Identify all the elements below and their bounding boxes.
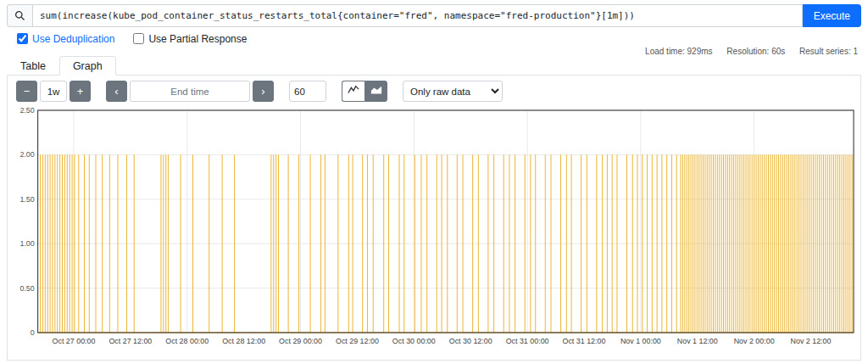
svg-text:0: 0 bbox=[31, 328, 35, 337]
range-increase-button[interactable]: + bbox=[70, 81, 91, 102]
svg-text:Oct 29 00:00: Oct 29 00:00 bbox=[279, 337, 322, 345]
dedup-checkbox[interactable] bbox=[17, 33, 28, 44]
time-back-button[interactable]: ‹ bbox=[106, 81, 127, 102]
graph-type-toggle bbox=[342, 81, 387, 102]
line-graph-button[interactable] bbox=[342, 81, 364, 102]
partial-response-checkbox[interactable] bbox=[133, 33, 144, 44]
svg-text:Nov 1 12:00: Nov 1 12:00 bbox=[677, 337, 718, 345]
svg-text:1.00: 1.00 bbox=[19, 239, 34, 248]
result-series-stat: Result series: 1 bbox=[799, 47, 858, 56]
svg-text:1.50: 1.50 bbox=[19, 195, 34, 204]
svg-text:Oct 27 00:00: Oct 27 00:00 bbox=[53, 337, 96, 345]
tab-graph[interactable]: Graph bbox=[59, 56, 116, 76]
time-forward-button[interactable]: › bbox=[253, 81, 274, 102]
svg-text:Oct 30 12:00: Oct 30 12:00 bbox=[449, 337, 492, 345]
graph-controls: − + ‹ › bbox=[16, 81, 857, 102]
partial-response-label: Use Partial Response bbox=[148, 33, 247, 45]
resolution-input[interactable] bbox=[289, 81, 326, 102]
load-time-stat: Load time: 929ms bbox=[645, 47, 713, 56]
restart-graph[interactable]: 00.501.001.502.002.50Oct 27 00:00Oct 27 … bbox=[13, 107, 857, 358]
query-bar: Execute bbox=[7, 4, 861, 27]
partial-response-option[interactable]: Use Partial Response bbox=[133, 33, 247, 45]
thanos-query-page: Execute Use Deduplication Use Partial Re… bbox=[7, 4, 861, 361]
end-time-input[interactable] bbox=[130, 81, 250, 102]
line-chart-icon bbox=[348, 84, 359, 99]
svg-text:2.50: 2.50 bbox=[19, 107, 34, 115]
range-input[interactable] bbox=[40, 81, 67, 102]
svg-text:Oct 28 12:00: Oct 28 12:00 bbox=[222, 337, 265, 345]
execute-button[interactable]: Execute bbox=[803, 4, 861, 27]
dedup-option[interactable]: Use Deduplication bbox=[17, 33, 114, 45]
svg-text:Oct 30 00:00: Oct 30 00:00 bbox=[392, 337, 436, 345]
query-input[interactable] bbox=[32, 4, 803, 27]
resolution-stat: Resolution: 60s bbox=[726, 47, 785, 56]
svg-text:0.50: 0.50 bbox=[19, 284, 34, 293]
svg-text:Nov 2 12:00: Nov 2 12:00 bbox=[791, 337, 832, 345]
svg-text:Nov 2 00:00: Nov 2 00:00 bbox=[734, 337, 775, 345]
svg-text:2.00: 2.00 bbox=[19, 150, 34, 159]
search-icon bbox=[7, 4, 32, 27]
chart-area: 00.501.001.502.002.50Oct 27 00:00Oct 27 … bbox=[13, 107, 857, 358]
dedup-label: Use Deduplication bbox=[32, 33, 114, 45]
stacked-graph-button[interactable] bbox=[364, 81, 387, 102]
svg-text:Oct 28 00:00: Oct 28 00:00 bbox=[165, 337, 209, 345]
svg-text:Oct 31 00:00: Oct 31 00:00 bbox=[506, 337, 549, 345]
svg-text:Oct 29 12:00: Oct 29 12:00 bbox=[336, 337, 379, 345]
graph-panel: − + ‹ › bbox=[7, 76, 861, 361]
tab-table[interactable]: Table bbox=[7, 56, 59, 76]
query-stats: Load time: 929ms Resolution: 60s Result … bbox=[7, 47, 858, 56]
view-tabs: Table Graph bbox=[7, 56, 861, 76]
range-decrease-button[interactable]: − bbox=[16, 81, 37, 102]
query-options: Use Deduplication Use Partial Response bbox=[17, 32, 861, 45]
svg-text:Nov 1 00:00: Nov 1 00:00 bbox=[620, 337, 661, 345]
raw-data-select[interactable]: Only raw data bbox=[403, 81, 503, 102]
svg-text:Oct 27 12:00: Oct 27 12:00 bbox=[108, 337, 152, 345]
stacked-chart-icon bbox=[370, 84, 382, 99]
svg-text:Oct 31 12:00: Oct 31 12:00 bbox=[563, 337, 606, 345]
